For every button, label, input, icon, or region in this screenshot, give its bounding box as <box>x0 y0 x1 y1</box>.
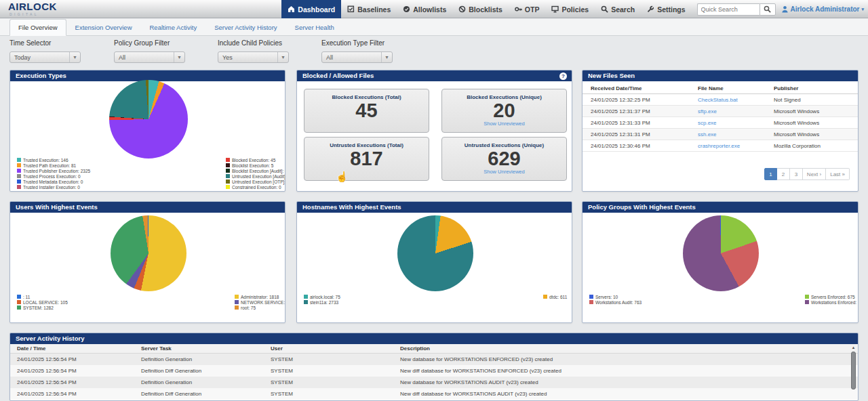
pagination-3[interactable]: 3 <box>790 168 803 180</box>
legend-item-untrusted-execution-audit: Untrusted Execution [Audit]: 778 <box>226 173 285 179</box>
show-unreviewed-link[interactable]: Show Unreviewed <box>442 121 566 127</box>
quick-search-input[interactable] <box>697 3 760 16</box>
pagination-2[interactable]: 2 <box>777 168 790 180</box>
file-name-link[interactable]: sftp.exe <box>698 108 774 114</box>
chevron-down-icon: ▼ <box>277 52 288 62</box>
table-row: 24/01/2025 12:56:54 PMDefinition Generat… <box>10 354 858 365</box>
table-cell: Not Signed <box>774 97 858 103</box>
legend-label: NETWORK SERVICE: 127 <box>241 300 285 305</box>
scrollbar-thumb[interactable] <box>851 352 856 389</box>
tab-extension-overview[interactable]: Extension Overview <box>66 19 141 36</box>
column-header-received-date-time: Received Date/Time <box>591 85 698 91</box>
pagination-1[interactable]: 1 <box>764 168 777 180</box>
panel-policy-groups-highest-events: Policy Groups With Highest Events Server… <box>582 201 859 323</box>
table-row: 24/01/2025 12:30:46 PMcrashreporter.exeM… <box>583 140 858 152</box>
policy-group-filter-select[interactable]: All▼ <box>114 51 185 63</box>
table-cell: SYSTEM <box>271 391 400 397</box>
table-cell: SYSTEM <box>271 368 400 374</box>
legend-item-servers: Servers: 10 <box>589 294 642 299</box>
panel-title-text: Server Activity History <box>16 335 85 342</box>
legend-item-local-service: LOCAL SERVICE: 105 <box>17 299 68 305</box>
legend-item-blocklist-execution: Blocklist Execution: 5 <box>226 163 285 168</box>
nav-item-search[interactable]: Search <box>595 0 641 18</box>
legend-item-trusted-path-execution: Trusted Path Execution: 81 <box>17 163 90 168</box>
quick-search-button[interactable] <box>760 3 776 16</box>
users-pie-chart[interactable] <box>111 215 186 291</box>
panel-title-policy-groups: Policy Groups With Highest Events <box>583 202 858 213</box>
column-header-user: User <box>271 345 400 352</box>
include-child-policies-select[interactable]: Yes▼ <box>218 51 289 63</box>
nav-item-policies[interactable]: Policies <box>545 0 595 18</box>
stat-card-untrusted-executions-unique[interactable]: Untrusted Executions (Unique)629Show Unr… <box>441 137 567 181</box>
table-cell: New database for WORKSTATIONS AUDIT (v23… <box>400 379 858 385</box>
table-cell: Microsoft Windows <box>774 120 858 126</box>
stat-card-value: 20 <box>442 100 566 121</box>
legend-swatch <box>589 300 593 304</box>
airlock-dashboard: AIRLOCK DIGITAL DashboardBaselinesAllowl… <box>0 0 868 401</box>
legend-swatch <box>17 295 21 299</box>
nav-item-label: Baselines <box>357 5 391 14</box>
table-cell: 24/01/2025 12:32:25 PM <box>591 97 698 103</box>
table-cell: 24/01/2025 12:31:37 PM <box>591 108 698 114</box>
panel-title-blocked-allowed: Blocked / Allowed Files ? <box>297 70 572 81</box>
execution-types-pie-chart[interactable] <box>109 80 188 159</box>
hostnames-pie-chart[interactable] <box>397 215 473 291</box>
column-header-server-task: Server Task <box>141 345 271 352</box>
tab-realtime-activity[interactable]: Realtime Activity <box>141 19 206 36</box>
user-icon <box>781 5 789 13</box>
policy-groups-pie-chart[interactable] <box>683 215 759 291</box>
quick-search <box>697 3 776 16</box>
nav-item-settings[interactable]: Settings <box>641 0 691 18</box>
panel-title-hostnames: Hostnames With Highest Events <box>297 202 572 213</box>
legend-label: dtdc: 611 <box>549 295 567 299</box>
file-name-link[interactable]: ssh.exe <box>698 131 774 138</box>
select-value: Today <box>14 54 31 61</box>
legend-item-item: : 11 <box>17 294 68 299</box>
user-menu[interactable]: Airlock Administrator▾ <box>781 5 864 13</box>
logo-subtext: DIGITAL <box>8 13 57 16</box>
chevron-down-icon: ▼ <box>381 52 392 62</box>
panel-execution-types: Execution Types Trusted Execution: 146Tr… <box>9 70 285 192</box>
scrollbar-up-icon[interactable]: ▲ <box>850 345 856 350</box>
tab-file-overview[interactable]: File Overview <box>9 19 66 36</box>
legend-swatch <box>304 295 308 299</box>
legend-label: airlock.local: 75 <box>310 295 340 299</box>
policies-icon <box>551 5 559 13</box>
nav-item-baselines[interactable]: Baselines <box>341 0 397 18</box>
stat-card-blocked-executions-total[interactable]: Blocked Executions (Total)45 <box>304 89 429 133</box>
help-icon[interactable]: ? <box>559 72 567 80</box>
pagination-next[interactable]: Next › <box>803 168 826 180</box>
table-cell: New diff database for WORKSTATIONS ENFOR… <box>400 368 858 374</box>
legend-item-airlock-local: airlock.local: 75 <box>304 294 340 299</box>
legend-label: Trusted Execution: 146 <box>23 158 68 163</box>
file-name-link[interactable]: scp.exe <box>698 120 774 126</box>
legend-label: Untrusted Execution [Audit]: 778 <box>232 174 285 179</box>
legend-swatch <box>805 300 809 304</box>
dashboard-icon <box>288 5 295 13</box>
stat-card-blocked-executions-unique[interactable]: Blocked Executions (Unique)20Show Unrevi… <box>441 89 567 133</box>
stat-card-untrusted-executions-total[interactable]: Untrusted Executions (Total)817 <box>304 137 429 181</box>
legend-label: Servers Enforced: 675 <box>811 295 855 299</box>
pagination-last[interactable]: Last » <box>826 168 850 180</box>
execution-type-filter-select[interactable]: All▼ <box>321 51 393 63</box>
select-value: Yes <box>222 54 233 61</box>
tab-server-activity-history[interactable]: Server Activity History <box>205 19 285 36</box>
file-name-link[interactable]: crashreporter.exe <box>698 143 774 149</box>
nav-item-blocklists[interactable]: Blocklists <box>452 0 509 18</box>
table-cell: 24/01/2025 12:30:46 PM <box>591 143 698 149</box>
time-selector-select[interactable]: Today▼ <box>9 51 81 63</box>
legend-item-system: SYSTEM: 1282 <box>17 305 68 310</box>
nav-item-otp[interactable]: OTP <box>509 0 546 18</box>
show-unreviewed-link[interactable]: Show Unreviewed <box>442 169 566 175</box>
legend-label: Untrusted Execution [OTP]: 39 <box>232 180 285 184</box>
legend-swatch <box>226 185 230 189</box>
table-scrollbar[interactable]: ▲ <box>850 345 856 401</box>
tab-server-health[interactable]: Server Health <box>286 19 343 36</box>
stat-card-value: 45 <box>304 100 429 121</box>
file-name-link[interactable]: CheckStatus.bat <box>698 97 774 103</box>
legend-item-network-service: NETWORK SERVICE: 127 <box>235 299 285 305</box>
nav-item-dashboard[interactable]: Dashboard <box>281 0 341 18</box>
column-header-date-time: Date / Time <box>17 345 141 352</box>
nav-item-allowlists[interactable]: Allowlists <box>397 0 452 18</box>
legend-swatch <box>304 300 308 304</box>
